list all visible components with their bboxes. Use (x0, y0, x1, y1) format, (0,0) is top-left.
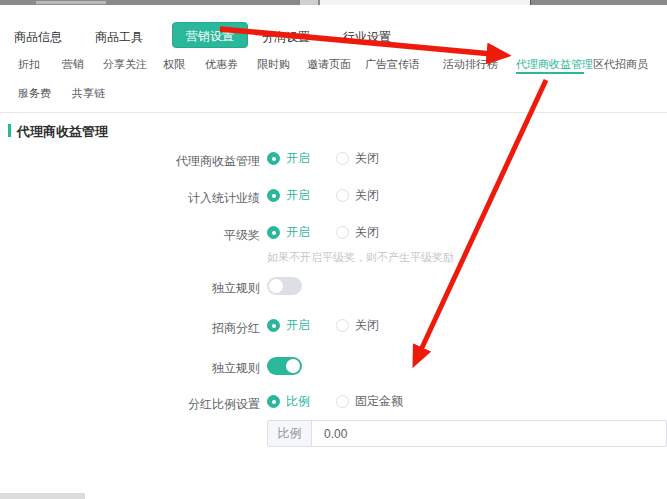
background-window-fragment (0, 493, 85, 499)
radio-icon (267, 319, 280, 332)
tab-activity-ranking[interactable]: 活动排行榜 (443, 57, 498, 72)
tab-profit-settings[interactable]: 分润设置 (262, 29, 310, 46)
tab-permissions[interactable]: 权限 (163, 57, 185, 72)
independent-rule-toggle-2[interactable] (267, 357, 302, 375)
count-into-stats-radio-group: 开启 关闭 (267, 187, 379, 204)
tab-flash-sale[interactable]: 限时购 (257, 57, 290, 72)
tab-agent-revenue[interactable]: 代理商收益管理 (516, 57, 593, 72)
radio-label: 固定金额 (355, 393, 403, 410)
tab-discount[interactable]: 折扣 (18, 57, 40, 72)
radio-label: 开启 (286, 224, 310, 241)
radio-icon (267, 395, 280, 408)
peer-bonus-label: 平级奖 (0, 227, 260, 244)
radio-icon (267, 189, 280, 202)
peer-bonus-hint: 如果不开启平级奖，则不产生平级奖励 (267, 250, 454, 265)
toggle-knob (269, 279, 283, 293)
radio-on[interactable]: 开启 (267, 224, 310, 241)
tab-share-follow[interactable]: 分享关注 (103, 57, 147, 72)
radio-label: 关闭 (355, 224, 379, 241)
tab-coupon[interactable]: 优惠券 (205, 57, 238, 72)
tab-marketing-settings[interactable]: 营销设置 (172, 22, 248, 48)
radio-label: 开启 (286, 187, 310, 204)
tab-service-fee[interactable]: 服务费 (18, 86, 51, 101)
radio-label: 关闭 (355, 150, 379, 167)
radio-icon (336, 319, 349, 332)
radio-off[interactable]: 关闭 (336, 187, 379, 204)
radio-label: 开启 (286, 317, 310, 334)
radio-fixed-amount[interactable]: 固定金额 (336, 393, 403, 410)
background-window-fragment (36, 1, 106, 4)
tab-invite-page[interactable]: 邀请页面 (307, 57, 351, 72)
independent-rule-label: 独立规则 (0, 280, 260, 297)
radio-label: 开启 (286, 150, 310, 167)
independent-rule-label-2: 独立规则 (0, 360, 260, 377)
ratio-input-prefix: 比例 (268, 421, 312, 446)
radio-off[interactable]: 关闭 (336, 150, 379, 167)
radio-ratio[interactable]: 比例 (267, 393, 310, 410)
tab-regional-agent[interactable]: 区代招商员 (593, 57, 648, 72)
toggle-knob (286, 359, 300, 373)
agent-revenue-radio-group: 开启 关闭 (267, 150, 379, 167)
page-title: 代理商收益管理 (17, 123, 108, 141)
tab-share-chain[interactable]: 共享链 (72, 86, 105, 101)
tab-product-tools[interactable]: 商品工具 (95, 29, 143, 46)
agent-revenue-label: 代理商收益管理 (0, 153, 260, 170)
radio-on[interactable]: 开启 (267, 150, 310, 167)
investment-dividend-label: 招商分红 (0, 320, 260, 337)
radio-icon (336, 152, 349, 165)
radio-label: 关闭 (355, 187, 379, 204)
tab-marketing[interactable]: 营销 (62, 57, 84, 72)
radio-off[interactable]: 关闭 (336, 224, 379, 241)
dividend-ratio-setting-label: 分红比例设置 (0, 396, 260, 413)
radio-icon (336, 395, 349, 408)
investment-dividend-radio-group: 开启 关闭 (267, 317, 379, 334)
ratio-input-group: 比例 (267, 420, 667, 447)
tab-industry-settings[interactable]: 行业设置 (343, 29, 391, 46)
independent-rule-toggle[interactable] (267, 277, 302, 295)
radio-on[interactable]: 开启 (267, 187, 310, 204)
radio-on[interactable]: 开启 (267, 317, 310, 334)
radio-icon (267, 226, 280, 239)
radio-icon (336, 189, 349, 202)
radio-label: 关闭 (355, 317, 379, 334)
count-into-stats-label: 计入统计业绩 (0, 190, 260, 207)
radio-off[interactable]: 关闭 (336, 317, 379, 334)
tab-ad-slogan[interactable]: 广告宣传语 (365, 57, 420, 72)
agent-revenue-settings-page: 商品信息 商品工具 营销设置 分润设置 行业设置 折扣 营销 分享关注 权限 优… (0, 0, 667, 499)
section-accent-bar (8, 124, 11, 137)
annotation-arrow-to-ratio-setting (420, 80, 546, 352)
radio-icon (267, 152, 280, 165)
dividend-ratio-radio-group: 比例 固定金额 (267, 393, 403, 410)
tab-product-info[interactable]: 商品信息 (14, 29, 62, 46)
peer-bonus-radio-group: 开启 关闭 (267, 224, 379, 241)
ratio-input[interactable] (312, 421, 666, 446)
radio-icon (336, 226, 349, 239)
active-tab-underline (516, 72, 584, 74)
primary-tab-bar: 商品信息 商品工具 营销设置 分润设置 行业设置 (0, 5, 667, 50)
divider (0, 112, 667, 113)
radio-label: 比例 (286, 393, 310, 410)
